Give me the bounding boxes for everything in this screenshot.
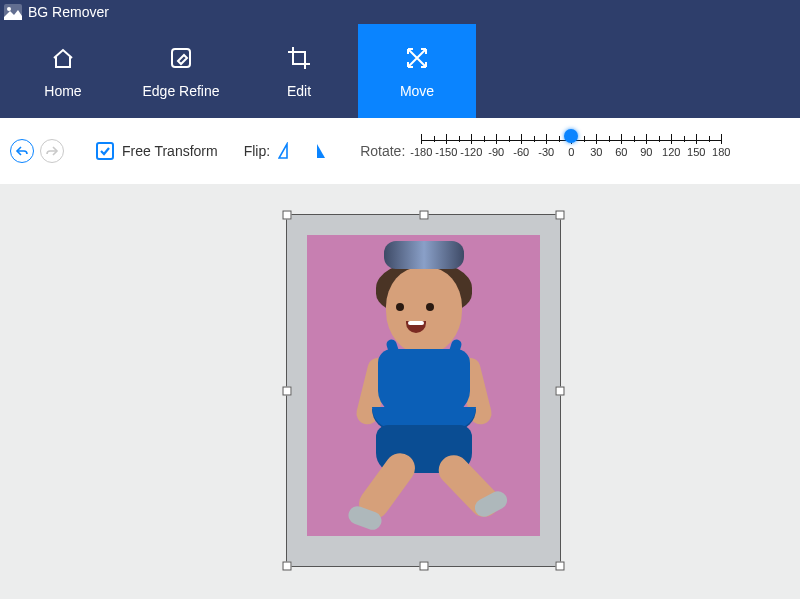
app-title: BG Remover xyxy=(28,4,109,20)
slider-tick-label: 0 xyxy=(568,146,574,158)
slider-tick-label: -180 xyxy=(410,146,432,158)
handle-w[interactable] xyxy=(283,386,292,395)
edge-refine-icon xyxy=(167,43,195,73)
slider-tick xyxy=(696,134,697,144)
handle-e[interactable] xyxy=(556,386,565,395)
slider-tick-label: -30 xyxy=(538,146,554,158)
flip-horizontal-button[interactable] xyxy=(278,142,298,160)
slider-tick-label: 120 xyxy=(662,146,680,158)
slider-tick xyxy=(646,134,647,144)
slider-tick xyxy=(671,134,672,144)
slider-tick-label: 150 xyxy=(687,146,705,158)
canvas-area[interactable] xyxy=(0,184,800,599)
free-transform-label: Free Transform xyxy=(122,143,218,159)
transform-selection[interactable] xyxy=(286,214,561,567)
svg-point-1 xyxy=(7,7,11,11)
free-transform-checkbox[interactable] xyxy=(96,142,114,160)
undo-button[interactable] xyxy=(10,139,34,163)
handle-nw[interactable] xyxy=(283,211,292,220)
handle-se[interactable] xyxy=(556,562,565,571)
move-toolbar: Free Transform Flip: Rotate: -180-150-12… xyxy=(0,118,800,184)
nav-label: Home xyxy=(44,83,81,99)
nav-label: Edit xyxy=(287,83,311,99)
slider-tick xyxy=(446,134,447,144)
flip-vertical-button[interactable] xyxy=(306,142,326,160)
app-logo-icon xyxy=(4,4,22,20)
subject-figure xyxy=(334,239,514,519)
slider-tick xyxy=(546,134,547,144)
slider-tick-label: -120 xyxy=(460,146,482,158)
nav-label: Move xyxy=(400,83,434,99)
handle-n[interactable] xyxy=(419,211,428,220)
slider-tick-label: -60 xyxy=(513,146,529,158)
slider-tick-label: -150 xyxy=(435,146,457,158)
slider-thumb[interactable] xyxy=(564,129,578,143)
move-icon xyxy=(403,43,431,73)
rotate-label: Rotate: xyxy=(360,143,405,159)
slider-tick xyxy=(521,134,522,144)
slider-tick-label: 60 xyxy=(615,146,627,158)
slider-tick-label: 30 xyxy=(590,146,602,158)
nav-label: Edge Refine xyxy=(142,83,219,99)
slider-tick-label: 90 xyxy=(640,146,652,158)
handle-ne[interactable] xyxy=(556,211,565,220)
slider-tick xyxy=(471,134,472,144)
nav-edit[interactable]: Edit xyxy=(240,24,358,118)
flip-label: Flip: xyxy=(244,143,270,159)
rotate-slider[interactable]: -180-150-120-90-60-300306090120150180 xyxy=(421,134,721,168)
slider-tick xyxy=(596,134,597,144)
nav-home[interactable]: Home xyxy=(4,24,122,118)
main-nav: Home Edge Refine Edit Move xyxy=(0,24,800,118)
slider-tick-label: -90 xyxy=(488,146,504,158)
slider-tick xyxy=(421,134,422,144)
handle-s[interactable] xyxy=(419,562,428,571)
nav-move[interactable]: Move xyxy=(358,24,476,118)
handle-sw[interactable] xyxy=(283,562,292,571)
subject-image[interactable] xyxy=(307,235,540,536)
nav-edge-refine[interactable]: Edge Refine xyxy=(122,24,240,118)
redo-button[interactable] xyxy=(40,139,64,163)
home-icon xyxy=(49,43,77,73)
crop-icon xyxy=(285,43,313,73)
slider-tick-label: 180 xyxy=(712,146,730,158)
slider-tick xyxy=(496,134,497,144)
title-bar: BG Remover xyxy=(0,0,800,24)
slider-tick xyxy=(621,134,622,144)
slider-tick xyxy=(721,134,722,144)
